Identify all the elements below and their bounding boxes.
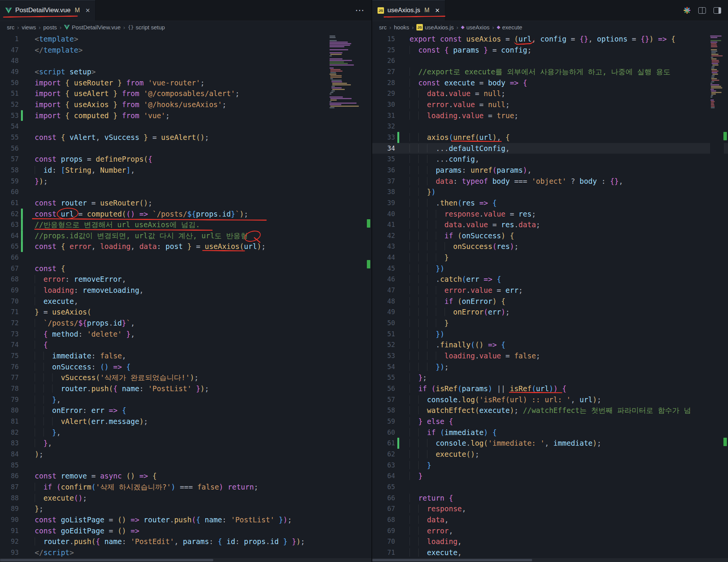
line-number[interactable]: 66 (0, 252, 19, 263)
line-number[interactable]: 82 (0, 427, 19, 438)
line-number[interactable]: 32 (372, 121, 395, 132)
line-number[interactable]: 57 (0, 154, 19, 165)
line-number[interactable]: 88 (0, 493, 19, 504)
code-line[interactable]: 60 if (immediate) { (372, 427, 728, 438)
line-number[interactable]: 29 (372, 88, 395, 99)
line-number[interactable]: 56 (0, 143, 19, 154)
line-number[interactable]: 53 (0, 110, 19, 121)
breadcrumb-item[interactable]: PostDetailView.vue (64, 24, 120, 31)
code-line[interactable]: 40 response.value = res; (372, 209, 728, 220)
code-line[interactable]: 77 vSuccess('삭제가 완료되었습니다!'); (0, 372, 371, 383)
code-line[interactable]: 33 axios(unref(url), { (372, 132, 728, 143)
code-line[interactable]: 63//반응형으로 변경해서 url useAxios에 넘김. (0, 219, 371, 230)
line-number[interactable]: 42 (372, 230, 395, 241)
code-line[interactable]: 1<template> (0, 34, 371, 45)
line-number[interactable]: 35 (372, 154, 395, 165)
line-number[interactable]: 65 (0, 241, 19, 252)
close-icon[interactable]: × (86, 6, 90, 15)
line-number[interactable]: 83 (0, 438, 19, 449)
breadcrumb-item[interactable]: ◆useAxios (461, 24, 490, 31)
line-number[interactable]: 76 (0, 361, 19, 373)
line-number[interactable]: 58 (372, 405, 395, 416)
code-line[interactable]: 49<script setup> (0, 66, 371, 77)
line-number[interactable]: 93 (0, 547, 19, 558)
code-line[interactable]: 15export const useAxios = (url, config =… (372, 34, 728, 45)
code-line[interactable]: 79 }, (0, 394, 371, 405)
code-line[interactable]: 39 .then(res => { (372, 198, 728, 209)
line-number[interactable]: 49 (0, 66, 19, 77)
code-line[interactable]: 70 loading, (372, 536, 728, 547)
line-number[interactable]: 28 (372, 77, 395, 88)
code-line[interactable]: 32 (372, 121, 728, 132)
code-line[interactable]: 86const remove = async () => { (0, 470, 371, 482)
line-number[interactable]: 36 (372, 165, 395, 176)
horizontal-scrollbar-left[interactable] (0, 558, 371, 562)
line-number[interactable]: 44 (372, 252, 395, 263)
code-line[interactable]: 27 //export로 execute를 외부에서 사용가능하게 하고, 나중… (372, 66, 728, 77)
line-number[interactable]: 51 (372, 329, 395, 340)
extension-sparkle-icon[interactable] (683, 6, 691, 14)
line-number[interactable]: 79 (0, 394, 19, 405)
overview-ruler-left[interactable] (365, 34, 371, 558)
code-line[interactable]: 55 }; (372, 372, 728, 383)
code-line[interactable]: 54 }); (372, 361, 728, 373)
line-number[interactable]: 30 (372, 99, 395, 110)
line-number[interactable]: 78 (0, 383, 19, 394)
code-line[interactable]: 38 }) (372, 186, 728, 198)
line-number[interactable]: 56 (372, 383, 395, 394)
line-number[interactable]: 43 (372, 241, 395, 252)
code-line[interactable]: 90const goListPage = () => router.push({… (0, 514, 371, 525)
code-line[interactable]: 69 error, (372, 525, 728, 536)
line-number[interactable]: 69 (372, 525, 395, 536)
code-line[interactable]: 47 error.value = err; (372, 285, 728, 296)
line-number[interactable]: 47 (0, 45, 19, 56)
line-number[interactable]: 73 (0, 329, 19, 340)
line-number[interactable]: 48 (372, 296, 395, 307)
code-line[interactable]: 73 { method: 'delete' }, (0, 329, 371, 340)
line-number[interactable]: 15 (372, 34, 395, 45)
code-line[interactable]: 82 }, (0, 427, 371, 438)
line-number[interactable]: 50 (372, 318, 395, 329)
code-line[interactable]: 26 (372, 55, 728, 66)
line-number[interactable]: 41 (372, 219, 395, 230)
line-number[interactable]: 61 (0, 198, 19, 209)
line-number[interactable]: 52 (372, 339, 395, 350)
code-line[interactable]: 55const { vAlert, vSuccess } = useAlert(… (0, 132, 371, 143)
line-number[interactable]: 70 (372, 536, 395, 547)
code-line[interactable]: 41 data.value = res.data; (372, 219, 728, 230)
line-number[interactable]: 26 (372, 55, 395, 66)
code-line[interactable]: 89}; (0, 503, 371, 514)
code-line[interactable]: 78 router.push({ name: 'PostList' }); (0, 383, 371, 394)
code-line[interactable]: 61const router = useRouter(); (0, 198, 371, 209)
code-line[interactable]: 81 vAlert(err.message); (0, 416, 371, 427)
code-line[interactable]: 58 watchEffect(execute); //watchEffect는 … (372, 405, 728, 416)
code-line[interactable]: 44 } (372, 252, 728, 263)
line-number[interactable]: 85 (0, 460, 19, 471)
line-number[interactable]: 55 (372, 372, 395, 383)
code-line[interactable]: 54 (0, 121, 371, 132)
code-line[interactable]: 53 loading.value = false; (372, 350, 728, 361)
breadcrumb-item[interactable]: JSuseAxios.js (416, 24, 454, 31)
code-line[interactable]: 60 (0, 186, 371, 198)
code-line[interactable]: 56 (0, 143, 371, 154)
tab-useaxios-js[interactable]: JS useAxios.js M × (372, 0, 445, 21)
line-number[interactable]: 60 (0, 186, 19, 198)
breadcrumb-item[interactable]: src (7, 24, 14, 31)
line-number[interactable]: 51 (0, 88, 19, 99)
code-line[interactable]: 51 }) (372, 329, 728, 340)
line-number[interactable]: 39 (372, 198, 395, 209)
line-number[interactable]: 34 (372, 143, 395, 154)
more-actions-icon[interactable]: ⋯ (355, 5, 365, 16)
line-number[interactable]: 54 (372, 361, 395, 373)
code-line[interactable]: 51import { useAlert } from '@/composable… (0, 88, 371, 99)
code-line[interactable]: 93</script> (0, 547, 371, 558)
line-number[interactable]: 74 (0, 339, 19, 350)
line-number[interactable]: 66 (372, 493, 395, 504)
code-line[interactable]: 56 if (isRef(params) || isRef(url)) { (372, 383, 728, 394)
line-number[interactable]: 70 (0, 296, 19, 307)
code-line[interactable]: 70 execute, (0, 296, 371, 307)
minimap-right[interactable] (710, 34, 724, 558)
code-line[interactable]: 49 onError(err); (372, 307, 728, 318)
code-line[interactable]: 71 execute, (372, 547, 728, 558)
tab-postdetailview-vue[interactable]: PostDetailView.vue M × (0, 0, 96, 21)
